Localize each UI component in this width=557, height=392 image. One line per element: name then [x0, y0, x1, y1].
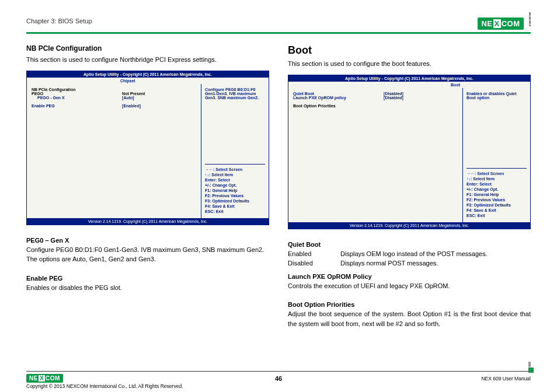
bios-main-panel: NB PCIe Configuration PEGONot Present PE… [27, 84, 201, 218]
body-text: Controls the execution of UEFI and legac… [288, 281, 531, 291]
footer-dots-icon [528, 361, 531, 367]
subheading: Boot Option Priorities [288, 301, 531, 308]
page-number: 46 [275, 375, 282, 382]
bios-title: Aptio Setup Utility - Copyright (C) 2011… [27, 71, 269, 78]
bios-tab-row: Boot [288, 82, 530, 88]
bios-main-panel: Quiet Boot[Disabled] Launch PXE OpROM po… [288, 88, 463, 222]
subheading: Launch PXE OpROM Policy [288, 273, 531, 280]
bios-footer: Version 2.14.1219. Copyright (C) 2011 Am… [27, 218, 269, 225]
section-title: Boot [288, 44, 531, 57]
body-text: Enables or disables the PEG slot. [26, 283, 269, 293]
section-title: NB PCIe Configuration [26, 44, 269, 52]
subheading: Enable PEG [26, 275, 269, 282]
definition-row: DisabledDisplays normal POST messages. [288, 258, 531, 268]
bios-screenshot-left: Aptio Setup Utility - Copyright (C) 2011… [26, 71, 269, 225]
bios-key-legend: →←: Select Screen ↑↓: Select Item Enter:… [205, 164, 265, 215]
section-intro: This section is used to configure Northb… [26, 55, 269, 65]
logo-dots-icon [528, 12, 531, 16]
logo-nexcom: NEXCOM [478, 12, 531, 30]
bios-footer: Version 2.14.1219. Copyright (C) 2011 Am… [288, 222, 530, 229]
bios-side-panel: Enables or disables Quiet Boot option →←… [463, 88, 530, 222]
copyright-text: Copyright © 2013 NEXCOM International Co… [26, 383, 183, 389]
definition-row: EnabledDisplays OEM logo instead of the … [288, 249, 531, 259]
page-footer: NEXCOM Copyright © 2013 NEXCOM Internati… [26, 371, 531, 383]
bios-side-panel: Configure PEG0 B0:D1:F0 Gen1-Gen3. IVB m… [201, 84, 269, 218]
subheading: Quiet Boot [288, 241, 531, 248]
body-text: Adjust the boot sequence of the system. … [288, 309, 531, 328]
chapter-label: Chapter 3: BIOS Setup [26, 18, 92, 24]
bios-key-legend: →←: Select Screen ↑↓: Select Item Enter:… [467, 168, 527, 219]
subheading: PEG0 – Gen X [26, 237, 269, 244]
section-intro: This section is used to configure the bo… [288, 59, 531, 69]
bios-title: Aptio Setup Utility - Copyright (C) 2011… [288, 75, 530, 82]
manual-label: NEX 609 User Manual [481, 376, 531, 382]
right-column: Boot This section is used to configure t… [288, 44, 531, 334]
left-column: NB PCIe Configuration This section is us… [26, 44, 269, 334]
bios-screenshot-right: Aptio Setup Utility - Copyright (C) 2011… [288, 75, 531, 229]
page-header: Chapter 3: BIOS Setup NEXCOM [26, 12, 531, 34]
bios-tab-row: Chipset [27, 78, 269, 84]
logo-nexcom-footer: NEXCOM [26, 374, 63, 383]
body-text: Configure PEG0 B0:D1:F0 Gen1-Gen3. IVB m… [26, 245, 269, 264]
